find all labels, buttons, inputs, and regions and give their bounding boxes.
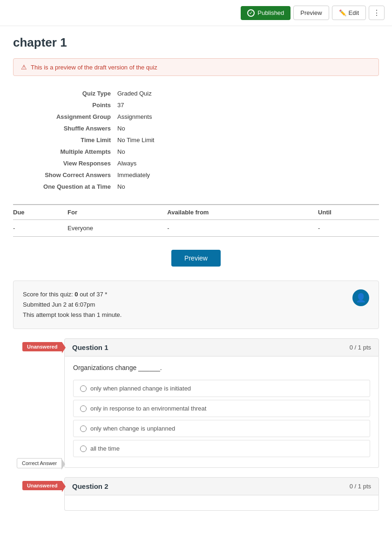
edit-label: Edit [349,9,359,16]
radio-input[interactable] [80,385,87,392]
check-circle-icon: ✓ [247,9,255,17]
option-text: only when planned change is initiated [90,385,191,392]
avatar: 👤 [352,289,369,306]
score-line3: This attempt took less than 1 minute. [23,310,122,320]
question-body: Organizations change ______.only when pl… [64,356,379,468]
availability-header: Until [318,205,379,220]
option-text: only in response to an environmental thr… [90,405,206,412]
quiz-detail-row: Multiple AttemptsNo [14,146,378,157]
preview-button-top[interactable]: Preview [293,6,329,20]
question-header: Question 20 / 1 pts [64,477,379,495]
quiz-detail-row: Points37 [14,100,378,110]
published-label: Published [257,9,284,16]
quiz-detail-label: Show Correct Answers [14,170,116,180]
score-line1-prefix: Score for this quiz: [23,291,74,298]
quiz-detail-row: Assignment GroupAssignments [14,111,378,122]
quiz-detail-label: View Responses [14,158,116,169]
unanswered-badge: Unanswered [22,481,62,490]
quiz-detail-value: 37 [117,100,378,110]
radio-input[interactable] [80,425,87,432]
availability-header: Available from [167,205,318,220]
question-wrapper-2: UnansweredQuestion 20 / 1 pts [64,477,379,511]
quiz-detail-value: No Time Limit [117,135,378,145]
question-text: Organizations change ______. [73,364,370,371]
availability-row: -Everyone-- [13,220,379,237]
quiz-detail-value: No [117,123,378,134]
quiz-detail-label: Time Limit [14,135,116,145]
warning-icon: ⚠ [21,63,27,71]
preview-label-top: Preview [300,9,322,16]
availability-cell: - [167,220,318,237]
question-pts: 0 / 1 pts [350,344,371,351]
quiz-detail-label: Points [14,100,116,110]
availability-table: DueForAvailable fromUntil -Everyone-- [13,204,379,237]
more-icon: ⋮ [373,9,380,17]
toolbar: ✓ Published Preview ✏️ Edit ⋮ [0,0,392,26]
quiz-detail-row: Time LimitNo Time Limit [14,135,378,145]
preview-button-wrap: Preview [13,250,379,267]
score-section: Score for this quiz: 0 out of 37 * Submi… [13,281,379,329]
question-header: Question 10 / 1 pts [64,338,379,356]
question-block-1: Question 10 / 1 ptsOrganizations change … [64,338,379,468]
option-text: all the time [90,445,120,452]
option-text: only when change is unplanned [90,425,175,432]
question-title: Question 2 [72,482,108,490]
more-options-button[interactable]: ⋮ [369,6,385,20]
quiz-detail-value: Graded Quiz [117,88,378,99]
quiz-detail-value: Immediately [117,170,378,180]
answer-option[interactable]: all the time [73,440,370,457]
page-title: chapter 1 [13,35,379,50]
availability-cell: - [318,220,379,237]
preview-button-label: Preview [184,254,208,262]
question-block-2: Question 20 / 1 pts [64,477,379,511]
preview-button-main[interactable]: Preview [171,250,221,267]
quiz-detail-value: Always [117,158,378,169]
published-button[interactable]: ✓ Published [241,6,291,20]
quiz-detail-row: One Question at a TimeNo [14,181,378,192]
radio-input[interactable] [80,445,87,452]
quiz-detail-label: Shuffle Answers [14,123,116,134]
quiz-detail-label: Assignment Group [14,111,116,122]
draft-notice: ⚠ This is a preview of the draft version… [13,58,379,76]
quiz-detail-label: Quiz Type [14,88,116,99]
answer-option[interactable]: only in response to an environmental thr… [73,400,370,417]
quiz-detail-row: Show Correct AnswersImmediately [14,170,378,180]
availability-header: For [68,205,167,220]
question-wrapper-1: UnansweredQuestion 10 / 1 ptsOrganizatio… [64,338,379,468]
quiz-detail-row: View ResponsesAlways [14,158,378,169]
quiz-details-table: Quiz TypeGraded QuizPoints37Assignment G… [13,87,379,193]
question-title: Question 1 [72,343,108,351]
question-body [64,495,379,511]
correct-answer-badge: Correct Answer [17,458,62,468]
score-line1: Score for this quiz: 0 out of 37 * [23,289,122,300]
quiz-detail-value: No [117,146,378,157]
unanswered-badge: Unanswered [22,342,62,351]
edit-button[interactable]: ✏️ Edit [332,6,366,20]
questions-container: UnansweredQuestion 10 / 1 ptsOrganizatio… [13,338,379,511]
score-value: 0 [74,291,78,298]
pencil-icon: ✏️ [339,9,346,16]
page-content: chapter 1 ⚠ This is a preview of the dra… [0,26,392,529]
quiz-detail-label: One Question at a Time [14,181,116,192]
avatar-icon: 👤 [356,293,366,303]
radio-input[interactable] [80,405,87,412]
availability-cell: - [13,220,68,237]
availability-cell: Everyone [68,220,167,237]
answer-option[interactable]: only when planned change is initiated [73,380,370,397]
score-text: Score for this quiz: 0 out of 37 * Submi… [23,289,122,320]
quiz-detail-row: Shuffle AnswersNo [14,123,378,134]
availability-header: Due [13,205,68,220]
quiz-detail-value: No [117,181,378,192]
answer-option[interactable]: only when change is unplanned [73,420,370,437]
quiz-detail-value: Assignments [117,111,378,122]
quiz-detail-label: Multiple Attempts [14,146,116,157]
score-line1-suffix: out of 37 * [78,291,108,298]
question-pts: 0 / 1 pts [350,483,371,490]
quiz-detail-row: Quiz TypeGraded Quiz [14,88,378,99]
score-line2: Submitted Jun 2 at 6:07pm [23,300,122,310]
draft-notice-text: This is a preview of the draft version o… [31,64,157,71]
